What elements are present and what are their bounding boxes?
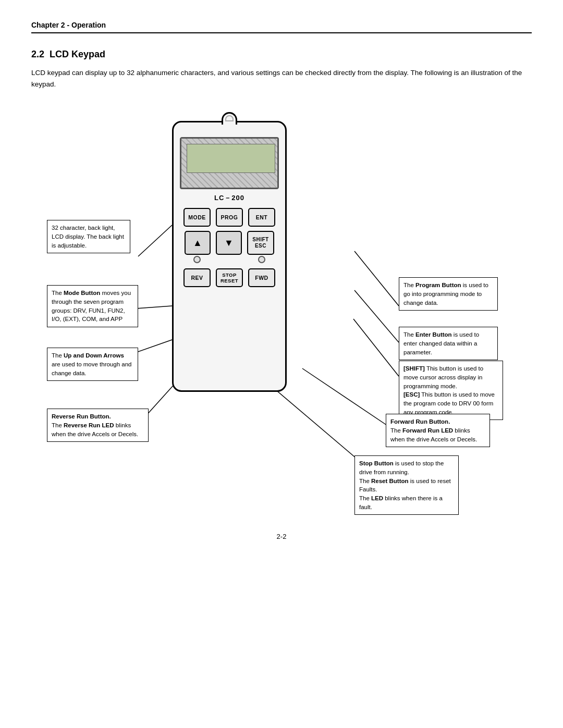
- fwd-led-col: [248, 256, 275, 263]
- ent-button[interactable]: ENT: [248, 208, 275, 227]
- up-arrow-button[interactable]: ▲: [185, 231, 211, 255]
- page-number: 2-2: [31, 533, 532, 540]
- mode-button-annotation: The Mode Button moves you through the se…: [47, 285, 138, 327]
- arrow-row: ▲ ▼ SHIFTESC: [185, 231, 274, 255]
- led-row: [183, 256, 275, 263]
- section-title: 2.2 LCD Keypad: [31, 49, 532, 60]
- rev-button[interactable]: REV: [183, 268, 211, 287]
- rev-led-col: [183, 256, 211, 263]
- lcd-screen-frame: [180, 137, 279, 189]
- spacer: [216, 256, 243, 263]
- down-arrow-button[interactable]: ▼: [216, 231, 242, 255]
- diagram-area: LC－200 MODE PROG ENT ▲ ▼ SHIFTESC: [31, 105, 532, 512]
- fwd-led: [258, 256, 265, 263]
- shift-esc-button[interactable]: SHIFTESC: [247, 231, 274, 255]
- rev-led: [193, 256, 201, 263]
- svg-line-2: [354, 290, 399, 342]
- up-down-annotation: The Up and Down Arrows are used to move …: [47, 348, 138, 381]
- prog-button[interactable]: PROG: [216, 208, 243, 227]
- svg-line-0: [138, 225, 172, 256]
- svg-line-1: [354, 251, 399, 306]
- shift-esc-annotation: [SHIFT] This button is used to move curs…: [399, 361, 503, 420]
- keypad-knob: [222, 112, 237, 125]
- chapter-title: Chapter 2 - Operation: [31, 21, 106, 29]
- svg-line-3: [353, 319, 399, 376]
- fwd-button[interactable]: FWD: [248, 268, 275, 287]
- program-button-annotation: The Program Button is used to go into pr…: [399, 277, 498, 311]
- intro-text: LCD keypad can display up to 32 alphanum…: [31, 67, 532, 90]
- svg-line-7: [302, 368, 396, 431]
- lcd-hatching: [181, 139, 277, 188]
- forward-run-annotation: Forward Run Button. The Forward Run LED …: [386, 414, 490, 447]
- keypad-device: LC－200 MODE PROG ENT ▲ ▼ SHIFTESC: [172, 121, 287, 392]
- reverse-run-annotation: Reverse Run Button. The Reverse Run LED …: [47, 409, 149, 442]
- enter-button-annotation: The Enter Button is used to enter change…: [399, 327, 498, 360]
- stop-reset-annotation: Stop Button is used to stop the drive fr…: [354, 455, 459, 515]
- button-row-3: REV STOPRESET FWD: [183, 268, 275, 287]
- keypad-knob-inner: [225, 115, 234, 121]
- mode-button[interactable]: MODE: [183, 208, 211, 227]
- page-container: Chapter 2 - Operation 2.2 LCD Keypad LCD…: [0, 0, 563, 728]
- model-label-area: LC－200: [180, 193, 279, 203]
- lcd-display-annotation: 32 character, back light, LCD display. T…: [47, 220, 130, 253]
- model-label: LC－200: [214, 193, 244, 203]
- stop-reset-button[interactable]: STOPRESET: [216, 268, 243, 287]
- chapter-header: Chapter 2 - Operation: [31, 21, 532, 33]
- lcd-display-inner: [187, 144, 275, 173]
- button-row-1: MODE PROG ENT: [183, 208, 275, 227]
